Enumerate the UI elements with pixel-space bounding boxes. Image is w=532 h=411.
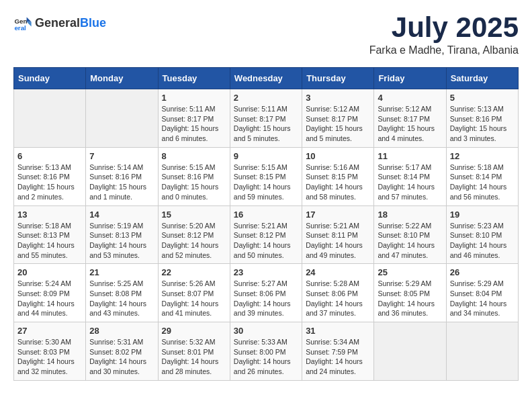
day-info: Sunrise: 5:31 AM Sunset: 8:02 PM Dayligh… bbox=[89, 337, 154, 377]
day-info: Sunrise: 5:16 AM Sunset: 8:15 PM Dayligh… bbox=[306, 163, 370, 202]
day-number: 21 bbox=[89, 267, 154, 277]
week-row-4: 20Sunrise: 5:24 AM Sunset: 8:09 PM Dayli… bbox=[14, 264, 519, 322]
week-row-1: 1Sunrise: 5:11 AM Sunset: 8:17 PM Daylig… bbox=[14, 89, 519, 148]
calendar-cell: 3Sunrise: 5:12 AM Sunset: 8:17 PM Daylig… bbox=[302, 89, 374, 148]
calendar-cell: 19Sunrise: 5:23 AM Sunset: 8:10 PM Dayli… bbox=[446, 205, 518, 264]
day-info: Sunrise: 5:27 AM Sunset: 8:06 PM Dayligh… bbox=[234, 279, 298, 318]
day-info: Sunrise: 5:12 AM Sunset: 8:17 PM Dayligh… bbox=[306, 104, 370, 144]
calendar-cell: 1Sunrise: 5:11 AM Sunset: 8:17 PM Daylig… bbox=[158, 89, 230, 148]
calendar-cell: 15Sunrise: 5:20 AM Sunset: 8:12 PM Dayli… bbox=[158, 205, 230, 264]
calendar-cell: 10Sunrise: 5:16 AM Sunset: 8:15 PM Dayli… bbox=[302, 147, 374, 205]
day-number: 28 bbox=[89, 326, 154, 336]
day-number: 18 bbox=[378, 210, 442, 220]
svg-text:eral: eral bbox=[14, 24, 26, 32]
day-number: 30 bbox=[234, 326, 298, 336]
calendar-header: SundayMondayTuesdayWednesdayThursdayFrid… bbox=[14, 68, 519, 89]
calendar-cell: 16Sunrise: 5:21 AM Sunset: 8:12 PM Dayli… bbox=[230, 205, 302, 264]
day-info: Sunrise: 5:23 AM Sunset: 8:10 PM Dayligh… bbox=[450, 221, 515, 261]
day-number: 24 bbox=[306, 267, 370, 277]
day-header-saturday: Saturday bbox=[446, 68, 518, 89]
header: Gen eral GeneralBlue July 2025 Farka e M… bbox=[13, 13, 519, 56]
day-number: 26 bbox=[450, 267, 515, 277]
day-number: 5 bbox=[450, 93, 515, 103]
day-number: 16 bbox=[234, 210, 298, 220]
day-info: Sunrise: 5:13 AM Sunset: 8:16 PM Dayligh… bbox=[17, 163, 82, 202]
day-header-wednesday: Wednesday bbox=[230, 68, 302, 89]
day-info: Sunrise: 5:24 AM Sunset: 8:09 PM Dayligh… bbox=[17, 279, 82, 318]
calendar-cell: 13Sunrise: 5:18 AM Sunset: 8:13 PM Dayli… bbox=[14, 205, 86, 264]
header-row: SundayMondayTuesdayWednesdayThursdayFrid… bbox=[14, 68, 519, 89]
day-info: Sunrise: 5:18 AM Sunset: 8:13 PM Dayligh… bbox=[17, 221, 82, 261]
calendar-cell: 17Sunrise: 5:21 AM Sunset: 8:11 PM Dayli… bbox=[302, 205, 374, 264]
calendar-cell: 26Sunrise: 5:29 AM Sunset: 8:04 PM Dayli… bbox=[446, 264, 518, 322]
calendar-body: 1Sunrise: 5:11 AM Sunset: 8:17 PM Daylig… bbox=[14, 89, 519, 381]
day-number: 17 bbox=[306, 210, 370, 220]
calendar-cell bbox=[446, 322, 518, 381]
calendar-cell: 22Sunrise: 5:26 AM Sunset: 8:07 PM Dayli… bbox=[158, 264, 230, 322]
calendar-cell: 21Sunrise: 5:25 AM Sunset: 8:08 PM Dayli… bbox=[86, 264, 158, 322]
day-number: 2 bbox=[234, 93, 298, 103]
calendar-cell bbox=[86, 89, 158, 148]
day-info: Sunrise: 5:19 AM Sunset: 8:13 PM Dayligh… bbox=[89, 221, 154, 261]
day-number: 15 bbox=[162, 210, 226, 220]
calendar-cell: 4Sunrise: 5:12 AM Sunset: 8:17 PM Daylig… bbox=[374, 89, 446, 148]
calendar-cell: 12Sunrise: 5:18 AM Sunset: 8:14 PM Dayli… bbox=[446, 147, 518, 205]
day-info: Sunrise: 5:33 AM Sunset: 8:00 PM Dayligh… bbox=[234, 337, 298, 377]
day-info: Sunrise: 5:12 AM Sunset: 8:17 PM Dayligh… bbox=[378, 104, 442, 144]
day-number: 7 bbox=[89, 151, 154, 161]
day-header-tuesday: Tuesday bbox=[158, 68, 230, 89]
day-info: Sunrise: 5:32 AM Sunset: 8:01 PM Dayligh… bbox=[162, 337, 226, 377]
day-info: Sunrise: 5:18 AM Sunset: 8:14 PM Dayligh… bbox=[450, 163, 515, 202]
svg-marker-3 bbox=[27, 22, 32, 27]
day-number: 31 bbox=[306, 326, 370, 336]
day-number: 4 bbox=[378, 93, 442, 103]
day-info: Sunrise: 5:17 AM Sunset: 8:14 PM Dayligh… bbox=[378, 163, 442, 202]
calendar-cell: 14Sunrise: 5:19 AM Sunset: 8:13 PM Dayli… bbox=[86, 205, 158, 264]
calendar-cell bbox=[374, 322, 446, 381]
logo-blue: Blue bbox=[80, 16, 106, 30]
month-title: July 2025 bbox=[369, 13, 519, 42]
calendar-cell: 5Sunrise: 5:13 AM Sunset: 8:16 PM Daylig… bbox=[446, 89, 518, 148]
day-info: Sunrise: 5:29 AM Sunset: 8:05 PM Dayligh… bbox=[378, 279, 442, 318]
calendar-cell: 11Sunrise: 5:17 AM Sunset: 8:14 PM Dayli… bbox=[374, 147, 446, 205]
day-number: 8 bbox=[162, 151, 226, 161]
day-header-thursday: Thursday bbox=[302, 68, 374, 89]
day-info: Sunrise: 5:13 AM Sunset: 8:16 PM Dayligh… bbox=[450, 104, 515, 144]
day-info: Sunrise: 5:22 AM Sunset: 8:10 PM Dayligh… bbox=[378, 221, 442, 261]
day-header-sunday: Sunday bbox=[14, 68, 86, 89]
day-number: 19 bbox=[450, 210, 515, 220]
day-info: Sunrise: 5:30 AM Sunset: 8:03 PM Dayligh… bbox=[17, 337, 82, 377]
day-header-monday: Monday bbox=[86, 68, 158, 89]
day-number: 6 bbox=[17, 151, 82, 161]
day-number: 11 bbox=[378, 151, 442, 161]
week-row-5: 27Sunrise: 5:30 AM Sunset: 8:03 PM Dayli… bbox=[14, 322, 519, 381]
day-info: Sunrise: 5:34 AM Sunset: 7:59 PM Dayligh… bbox=[306, 337, 370, 377]
calendar-cell: 20Sunrise: 5:24 AM Sunset: 8:09 PM Dayli… bbox=[14, 264, 86, 322]
calendar-cell: 30Sunrise: 5:33 AM Sunset: 8:00 PM Dayli… bbox=[230, 322, 302, 381]
day-info: Sunrise: 5:29 AM Sunset: 8:04 PM Dayligh… bbox=[450, 279, 515, 318]
day-number: 3 bbox=[306, 93, 370, 103]
calendar-cell: 23Sunrise: 5:27 AM Sunset: 8:06 PM Dayli… bbox=[230, 264, 302, 322]
day-info: Sunrise: 5:14 AM Sunset: 8:16 PM Dayligh… bbox=[89, 163, 154, 202]
day-number: 9 bbox=[234, 151, 298, 161]
day-number: 12 bbox=[450, 151, 515, 161]
calendar-cell: 18Sunrise: 5:22 AM Sunset: 8:10 PM Dayli… bbox=[374, 205, 446, 264]
calendar-cell: 9Sunrise: 5:15 AM Sunset: 8:15 PM Daylig… bbox=[230, 147, 302, 205]
day-number: 10 bbox=[306, 151, 370, 161]
calendar-cell: 27Sunrise: 5:30 AM Sunset: 8:03 PM Dayli… bbox=[14, 322, 86, 381]
day-info: Sunrise: 5:20 AM Sunset: 8:12 PM Dayligh… bbox=[162, 221, 226, 261]
day-number: 20 bbox=[17, 267, 82, 277]
svg-marker-2 bbox=[27, 17, 32, 22]
week-row-3: 13Sunrise: 5:18 AM Sunset: 8:13 PM Dayli… bbox=[14, 205, 519, 264]
calendar-cell: 29Sunrise: 5:32 AM Sunset: 8:01 PM Dayli… bbox=[158, 322, 230, 381]
calendar-cell: 25Sunrise: 5:29 AM Sunset: 8:05 PM Dayli… bbox=[374, 264, 446, 322]
day-info: Sunrise: 5:25 AM Sunset: 8:08 PM Dayligh… bbox=[89, 279, 154, 318]
day-number: 22 bbox=[162, 267, 226, 277]
day-info: Sunrise: 5:21 AM Sunset: 8:12 PM Dayligh… bbox=[234, 221, 298, 261]
day-info: Sunrise: 5:26 AM Sunset: 8:07 PM Dayligh… bbox=[162, 279, 226, 318]
day-number: 13 bbox=[17, 210, 82, 220]
calendar-cell: 6Sunrise: 5:13 AM Sunset: 8:16 PM Daylig… bbox=[14, 147, 86, 205]
calendar-cell: 31Sunrise: 5:34 AM Sunset: 7:59 PM Dayli… bbox=[302, 322, 374, 381]
location-subtitle: Farka e Madhe, Tirana, Albania bbox=[369, 44, 519, 56]
title-block: July 2025 Farka e Madhe, Tirana, Albania bbox=[369, 13, 519, 56]
